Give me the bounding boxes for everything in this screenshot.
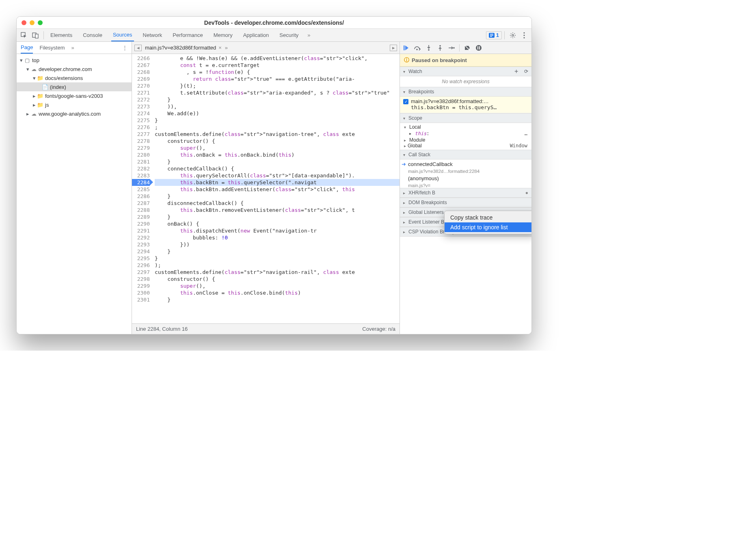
tab-network[interactable]: Network bbox=[141, 29, 164, 41]
pause-exceptions-icon[interactable] bbox=[475, 44, 482, 52]
code-editor-panel: ◂ main.js?v=e382d86f:formatted × » ▸ 226… bbox=[132, 42, 400, 334]
tab-sources[interactable]: Sources bbox=[111, 29, 134, 41]
callstack-header[interactable]: Call Stack bbox=[400, 150, 531, 159]
context-menu: Copy stack trace Add script to ignore li… bbox=[444, 211, 532, 234]
tab-elements[interactable]: Elements bbox=[49, 29, 74, 41]
scope-module[interactable]: Module bbox=[404, 137, 527, 143]
watch-header[interactable]: Watch + ⟳ bbox=[400, 67, 531, 76]
tree-file-index[interactable]: 📄(index) bbox=[17, 82, 132, 91]
ctx-copy-stack-trace[interactable]: Copy stack trace bbox=[445, 213, 532, 222]
deactivate-breakpoints-icon[interactable] bbox=[464, 44, 471, 52]
titlebar: DevTools - developer.chrome.com/docs/ext… bbox=[17, 17, 531, 29]
ctx-add-ignore-list[interactable]: Add script to ignore list bbox=[445, 222, 532, 232]
debugger-controls bbox=[400, 42, 531, 54]
history-back-icon[interactable]: ◂ bbox=[134, 45, 142, 51]
svg-rect-15 bbox=[479, 46, 480, 50]
issues-count: 1 bbox=[496, 32, 499, 38]
close-tab-icon[interactable]: × bbox=[218, 45, 222, 51]
kebab-menu-icon[interactable] bbox=[518, 30, 530, 41]
navigator-tabs: Page Filesystem » ⋮ bbox=[17, 42, 132, 54]
scope-header[interactable]: Scope bbox=[400, 113, 531, 123]
svg-point-6 bbox=[523, 34, 525, 36]
tab-console[interactable]: Console bbox=[81, 29, 104, 41]
nav-more-icon[interactable]: » bbox=[71, 45, 74, 51]
devtools-window: DevTools - developer.chrome.com/docs/ext… bbox=[16, 16, 532, 334]
watch-empty: No watch expressions bbox=[400, 76, 531, 87]
divider bbox=[459, 44, 460, 52]
editor-tab-main[interactable]: main.js?v=e382d86f:formatted × bbox=[145, 45, 222, 51]
svg-rect-2 bbox=[35, 34, 38, 38]
stack-frame-1-loc: main.js?v=e382d…formatted:2284 bbox=[400, 169, 531, 174]
main-toolbar: Elements Console Sources Network Perform… bbox=[17, 29, 531, 42]
tree-origin-chrome[interactable]: ▾☁developer.chrome.com bbox=[17, 65, 132, 73]
nav-tab-page[interactable]: Page bbox=[21, 42, 33, 54]
tree-folder-fonts[interactable]: ▸📁fonts/google-sans-v2003 bbox=[17, 91, 132, 100]
paused-banner: ⓘ Paused on breakpoint bbox=[400, 54, 531, 67]
editor-more-icon[interactable]: » bbox=[225, 45, 228, 51]
inspect-element-icon[interactable] bbox=[18, 30, 30, 41]
tab-security[interactable]: Security bbox=[278, 29, 300, 41]
breakpoint-checkbox[interactable]: ✓ bbox=[403, 99, 408, 104]
navigator-panel: Page Filesystem » ⋮ ▾▢top ▾☁developer.ch… bbox=[17, 42, 132, 334]
issues-badge[interactable]: 1 bbox=[486, 31, 502, 39]
debugger-sidebar: ⓘ Paused on breakpoint Watch + ⟳ No watc… bbox=[400, 42, 531, 334]
stack-frame-1[interactable]: connectedCallback bbox=[400, 159, 531, 169]
line-gutter: 2266226722682269227022712272227322742275… bbox=[132, 54, 153, 323]
code-area[interactable]: 2266226722682269227022712272227322742275… bbox=[132, 54, 400, 323]
svg-point-9 bbox=[416, 49, 418, 50]
editor-tabs: ◂ main.js?v=e382d86f:formatted × » ▸ bbox=[132, 42, 400, 54]
tree-folder-js[interactable]: ▸📁js bbox=[17, 100, 132, 109]
svg-point-13 bbox=[476, 45, 482, 51]
svg-point-7 bbox=[523, 37, 525, 38]
svg-point-12 bbox=[453, 47, 455, 49]
tree-origin-ga[interactable]: ▸☁www.google-analytics.com bbox=[17, 109, 132, 118]
svg-point-4 bbox=[512, 34, 514, 36]
divider bbox=[504, 31, 505, 39]
stack-frame-2-loc: main.js?v= bbox=[400, 183, 531, 188]
scope-local[interactable]: Local bbox=[404, 124, 527, 130]
svg-point-11 bbox=[439, 45, 441, 47]
scope-body: Local ▸ this: … Module GlobalWindow bbox=[400, 123, 531, 150]
coverage-status: Coverage: n/a bbox=[362, 326, 395, 332]
code-content[interactable]: e && !We.has(e) && (e.addEventListener(c… bbox=[153, 54, 400, 323]
step-icon[interactable] bbox=[448, 44, 455, 52]
tab-performance[interactable]: Performance bbox=[171, 29, 204, 41]
nav-kebab-icon[interactable]: ⋮ bbox=[122, 45, 127, 51]
file-tree: ▾▢top ▾☁developer.chrome.com ▾📁docs/exte… bbox=[17, 54, 132, 120]
add-watch-icon[interactable]: + bbox=[514, 68, 518, 75]
svg-rect-14 bbox=[477, 46, 478, 50]
tab-memory[interactable]: Memory bbox=[212, 29, 234, 41]
editor-status-bar: Line 2284, Column 16 Coverage: n/a bbox=[132, 323, 400, 334]
svg-point-10 bbox=[428, 49, 430, 51]
tab-application[interactable]: Application bbox=[242, 29, 271, 41]
scope-global[interactable]: GlobalWindow bbox=[404, 143, 527, 149]
breakpoint-item[interactable]: ✓main.js?v=e382d86f:formatted:… this.bac… bbox=[400, 97, 531, 113]
stack-frame-2[interactable]: (anonymous) bbox=[400, 174, 531, 183]
step-over-icon[interactable] bbox=[414, 44, 421, 52]
resume-icon[interactable] bbox=[402, 44, 410, 52]
nav-tab-filesystem[interactable]: Filesystem bbox=[39, 45, 65, 51]
main-content: Page Filesystem » ⋮ ▾▢top ▾☁developer.ch… bbox=[17, 42, 531, 334]
device-mode-icon[interactable] bbox=[30, 30, 41, 41]
panel-tabs: Elements Console Sources Network Perform… bbox=[49, 29, 310, 41]
divider bbox=[43, 31, 44, 39]
scope-this[interactable]: ▸ this: … bbox=[404, 130, 527, 137]
svg-point-5 bbox=[523, 32, 525, 33]
step-into-icon[interactable] bbox=[425, 44, 432, 52]
more-tabs-icon[interactable]: » bbox=[307, 32, 310, 38]
info-icon: ⓘ bbox=[404, 56, 409, 64]
svg-rect-8 bbox=[404, 45, 405, 50]
xhr-bp-header[interactable]: XHR/fetch B● bbox=[400, 188, 531, 198]
cursor-position: Line 2284, Column 16 bbox=[136, 326, 188, 332]
step-out-icon[interactable] bbox=[436, 44, 444, 52]
tree-top[interactable]: ▾▢top bbox=[17, 56, 132, 65]
tree-folder-docs[interactable]: ▾📁docs/extensions bbox=[17, 73, 132, 82]
breakpoints-header[interactable]: Breakpoints bbox=[400, 87, 531, 97]
history-fwd-icon[interactable]: ▸ bbox=[390, 45, 397, 51]
window-title: DevTools - developer.chrome.com/docs/ext… bbox=[17, 19, 531, 26]
refresh-watch-icon[interactable]: ⟳ bbox=[524, 69, 528, 74]
dom-bp-header[interactable]: DOM Breakpoints bbox=[400, 198, 531, 207]
settings-icon[interactable] bbox=[507, 30, 518, 41]
